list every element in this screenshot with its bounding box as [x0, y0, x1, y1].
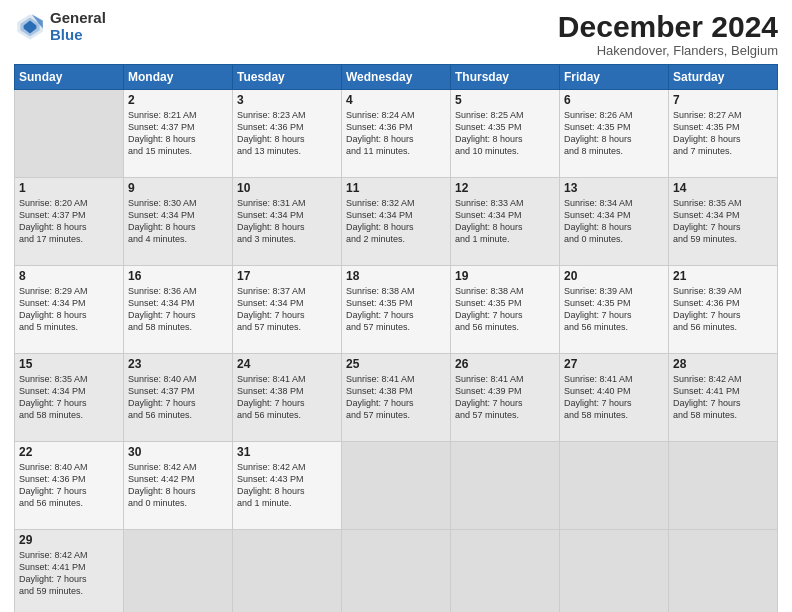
cell-text: Sunrise: 8:41 AM Sunset: 4:38 PM Dayligh…: [237, 373, 337, 422]
col-wednesday: Wednesday: [342, 65, 451, 90]
table-row: 6Sunrise: 8:26 AM Sunset: 4:35 PM Daylig…: [560, 90, 669, 178]
logo-blue: Blue: [50, 27, 106, 44]
calendar-week-row: 22Sunrise: 8:40 AM Sunset: 4:36 PM Dayli…: [15, 442, 778, 530]
table-row: 14Sunrise: 8:35 AM Sunset: 4:34 PM Dayli…: [669, 178, 778, 266]
col-sunday: Sunday: [15, 65, 124, 90]
logo-general: General: [50, 10, 106, 27]
day-number: 2: [128, 93, 228, 107]
table-row: 13Sunrise: 8:34 AM Sunset: 4:34 PM Dayli…: [560, 178, 669, 266]
day-number: 6: [564, 93, 664, 107]
cell-text: Sunrise: 8:35 AM Sunset: 4:34 PM Dayligh…: [19, 373, 119, 422]
month-title: December 2024: [558, 10, 778, 43]
col-friday: Friday: [560, 65, 669, 90]
cell-text: Sunrise: 8:38 AM Sunset: 4:35 PM Dayligh…: [455, 285, 555, 334]
day-number: 31: [237, 445, 337, 459]
day-number: 10: [237, 181, 337, 195]
table-row: 7Sunrise: 8:27 AM Sunset: 4:35 PM Daylig…: [669, 90, 778, 178]
logo: General Blue: [14, 10, 106, 43]
day-number: 22: [19, 445, 119, 459]
page: General Blue December 2024 Hakendover, F…: [0, 0, 792, 612]
day-number: 24: [237, 357, 337, 371]
day-number: 29: [19, 533, 119, 547]
calendar-week-row: 29Sunrise: 8:42 AM Sunset: 4:41 PM Dayli…: [15, 530, 778, 613]
table-row: 31Sunrise: 8:42 AM Sunset: 4:43 PM Dayli…: [233, 442, 342, 530]
cell-text: Sunrise: 8:30 AM Sunset: 4:34 PM Dayligh…: [128, 197, 228, 246]
day-number: 25: [346, 357, 446, 371]
cell-text: Sunrise: 8:25 AM Sunset: 4:35 PM Dayligh…: [455, 109, 555, 158]
table-row: 27Sunrise: 8:41 AM Sunset: 4:40 PM Dayli…: [560, 354, 669, 442]
cell-text: Sunrise: 8:33 AM Sunset: 4:34 PM Dayligh…: [455, 197, 555, 246]
day-number: 15: [19, 357, 119, 371]
table-row: 3Sunrise: 8:23 AM Sunset: 4:36 PM Daylig…: [233, 90, 342, 178]
table-row: 30Sunrise: 8:42 AM Sunset: 4:42 PM Dayli…: [124, 442, 233, 530]
table-row: 10Sunrise: 8:31 AM Sunset: 4:34 PM Dayli…: [233, 178, 342, 266]
cell-text: Sunrise: 8:42 AM Sunset: 4:41 PM Dayligh…: [19, 549, 119, 598]
table-row: 11Sunrise: 8:32 AM Sunset: 4:34 PM Dayli…: [342, 178, 451, 266]
day-number: 23: [128, 357, 228, 371]
table-row: 23Sunrise: 8:40 AM Sunset: 4:37 PM Dayli…: [124, 354, 233, 442]
cell-text: Sunrise: 8:27 AM Sunset: 4:35 PM Dayligh…: [673, 109, 773, 158]
day-number: 14: [673, 181, 773, 195]
day-number: 18: [346, 269, 446, 283]
table-row: 16Sunrise: 8:36 AM Sunset: 4:34 PM Dayli…: [124, 266, 233, 354]
cell-text: Sunrise: 8:32 AM Sunset: 4:34 PM Dayligh…: [346, 197, 446, 246]
header: General Blue December 2024 Hakendover, F…: [14, 10, 778, 58]
table-row: 15Sunrise: 8:35 AM Sunset: 4:34 PM Dayli…: [15, 354, 124, 442]
logo-text: General Blue: [50, 10, 106, 43]
table-row: [342, 442, 451, 530]
table-row: 24Sunrise: 8:41 AM Sunset: 4:38 PM Dayli…: [233, 354, 342, 442]
table-row: 19Sunrise: 8:38 AM Sunset: 4:35 PM Dayli…: [451, 266, 560, 354]
table-row: 2Sunrise: 8:21 AM Sunset: 4:37 PM Daylig…: [124, 90, 233, 178]
table-row: 28Sunrise: 8:42 AM Sunset: 4:41 PM Dayli…: [669, 354, 778, 442]
col-tuesday: Tuesday: [233, 65, 342, 90]
table-row: 21Sunrise: 8:39 AM Sunset: 4:36 PM Dayli…: [669, 266, 778, 354]
cell-text: Sunrise: 8:21 AM Sunset: 4:37 PM Dayligh…: [128, 109, 228, 158]
cell-text: Sunrise: 8:26 AM Sunset: 4:35 PM Dayligh…: [564, 109, 664, 158]
cell-text: Sunrise: 8:41 AM Sunset: 4:39 PM Dayligh…: [455, 373, 555, 422]
day-number: 30: [128, 445, 228, 459]
day-number: 1: [19, 181, 119, 195]
col-saturday: Saturday: [669, 65, 778, 90]
table-row: 5Sunrise: 8:25 AM Sunset: 4:35 PM Daylig…: [451, 90, 560, 178]
location: Hakendover, Flanders, Belgium: [558, 43, 778, 58]
table-row: [669, 530, 778, 613]
calendar-week-row: 15Sunrise: 8:35 AM Sunset: 4:34 PM Dayli…: [15, 354, 778, 442]
table-row: [342, 530, 451, 613]
day-number: 7: [673, 93, 773, 107]
day-number: 3: [237, 93, 337, 107]
day-number: 19: [455, 269, 555, 283]
cell-text: Sunrise: 8:31 AM Sunset: 4:34 PM Dayligh…: [237, 197, 337, 246]
cell-text: Sunrise: 8:20 AM Sunset: 4:37 PM Dayligh…: [19, 197, 119, 246]
table-row: 25Sunrise: 8:41 AM Sunset: 4:38 PM Dayli…: [342, 354, 451, 442]
cell-text: Sunrise: 8:42 AM Sunset: 4:42 PM Dayligh…: [128, 461, 228, 510]
cell-text: Sunrise: 8:42 AM Sunset: 4:43 PM Dayligh…: [237, 461, 337, 510]
title-block: December 2024 Hakendover, Flanders, Belg…: [558, 10, 778, 58]
day-number: 11: [346, 181, 446, 195]
table-row: [233, 530, 342, 613]
day-number: 4: [346, 93, 446, 107]
cell-text: Sunrise: 8:36 AM Sunset: 4:34 PM Dayligh…: [128, 285, 228, 334]
table-row: [669, 442, 778, 530]
calendar-header-row: Sunday Monday Tuesday Wednesday Thursday…: [15, 65, 778, 90]
day-number: 13: [564, 181, 664, 195]
day-number: 12: [455, 181, 555, 195]
table-row: [451, 530, 560, 613]
table-row: [451, 442, 560, 530]
cell-text: Sunrise: 8:40 AM Sunset: 4:37 PM Dayligh…: [128, 373, 228, 422]
day-number: 9: [128, 181, 228, 195]
cell-text: Sunrise: 8:38 AM Sunset: 4:35 PM Dayligh…: [346, 285, 446, 334]
cell-text: Sunrise: 8:41 AM Sunset: 4:40 PM Dayligh…: [564, 373, 664, 422]
cell-text: Sunrise: 8:40 AM Sunset: 4:36 PM Dayligh…: [19, 461, 119, 510]
cell-text: Sunrise: 8:24 AM Sunset: 4:36 PM Dayligh…: [346, 109, 446, 158]
cell-text: Sunrise: 8:29 AM Sunset: 4:34 PM Dayligh…: [19, 285, 119, 334]
table-row: [124, 530, 233, 613]
table-row: 29Sunrise: 8:42 AM Sunset: 4:41 PM Dayli…: [15, 530, 124, 613]
calendar-week-row: 2Sunrise: 8:21 AM Sunset: 4:37 PM Daylig…: [15, 90, 778, 178]
table-row: 22Sunrise: 8:40 AM Sunset: 4:36 PM Dayli…: [15, 442, 124, 530]
cell-text: Sunrise: 8:39 AM Sunset: 4:35 PM Dayligh…: [564, 285, 664, 334]
table-row: 4Sunrise: 8:24 AM Sunset: 4:36 PM Daylig…: [342, 90, 451, 178]
day-number: 26: [455, 357, 555, 371]
cell-text: Sunrise: 8:23 AM Sunset: 4:36 PM Dayligh…: [237, 109, 337, 158]
table-row: [560, 530, 669, 613]
cell-text: Sunrise: 8:39 AM Sunset: 4:36 PM Dayligh…: [673, 285, 773, 334]
